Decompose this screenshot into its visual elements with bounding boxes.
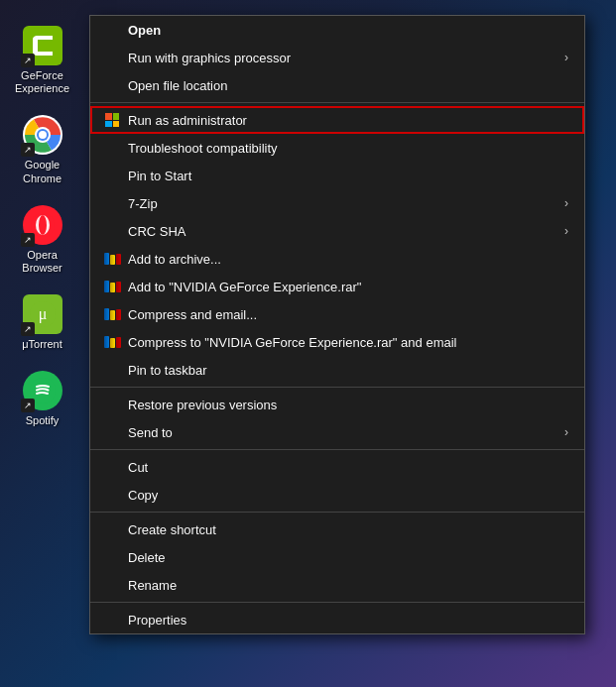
run-gpu-icon-placeholder: [104, 50, 120, 65]
separator-5: [90, 602, 584, 603]
menu-item-open[interactable]: Open: [90, 16, 584, 44]
menu-copy-label: Copy: [128, 488, 568, 503]
menu-open-label: Open: [128, 23, 568, 38]
menu-item-compress-rar-email[interactable]: Compress to "NVIDIA GeForce Experience.r…: [90, 328, 584, 356]
menu-pin-taskbar-label: Pin to taskbar: [128, 363, 568, 378]
menu-item-crc-sha[interactable]: CRC SHA ›: [90, 217, 584, 245]
menu-item-run-gpu[interactable]: Run with graphics processor ›: [90, 44, 584, 71]
crc-icon-placeholder: [104, 223, 120, 239]
menu-item-run-admin[interactable]: Run as administrator: [90, 106, 584, 134]
run-gpu-arrow: ›: [564, 51, 568, 64]
svg-point-7: [39, 215, 47, 235]
delete-icon-placeholder: [104, 549, 120, 565]
separator-3: [90, 449, 584, 450]
desktop-icon-spotify[interactable]: ↗ Spotify: [5, 365, 80, 433]
open-location-icon-placeholder: [104, 77, 120, 93]
menu-item-restore-versions[interactable]: Restore previous versions: [90, 391, 584, 418]
create-shortcut-icon-placeholder: [104, 521, 120, 537]
desktop: ↗ GeForce Experience ↗: [0, 0, 616, 687]
winrar-add-icon: [104, 251, 120, 267]
menu-7zip-label: 7-Zip: [128, 196, 556, 211]
menu-properties-label: Properties: [128, 613, 568, 628]
crc-arrow: ›: [564, 224, 568, 238]
separator-2: [90, 387, 584, 388]
menu-item-cut[interactable]: Cut: [90, 453, 584, 481]
7zip-arrow: ›: [564, 196, 568, 210]
properties-icon-placeholder: [104, 612, 120, 628]
menu-item-add-archive[interactable]: Add to archive...: [90, 245, 584, 273]
desktop-icon-opera[interactable]: ↗ OperaBrowser: [5, 199, 80, 281]
menu-item-compress-email[interactable]: Compress and email...: [90, 300, 584, 328]
windows-logo-icon: [104, 112, 120, 128]
desktop-icon-utorrent[interactable]: μ ↗ μTorrent: [5, 288, 80, 357]
menu-send-to-label: Send to: [128, 425, 556, 440]
menu-item-pin-start[interactable]: Pin to Start: [90, 162, 584, 189]
context-menu: Open Run with graphics processor › Open …: [89, 15, 585, 634]
menu-add-rar-label: Add to "NVIDIA GeForce Experience.rar": [128, 280, 568, 294]
menu-item-copy[interactable]: Copy: [90, 481, 584, 509]
winrar-add-rar-icon: [104, 279, 120, 294]
desktop-icon-chrome[interactable]: ↗ GoogleChrome: [5, 109, 80, 190]
chrome-label: GoogleChrome: [23, 159, 62, 184]
menu-delete-label: Delete: [128, 550, 568, 565]
menu-item-add-rar[interactable]: Add to "NVIDIA GeForce Experience.rar": [90, 273, 584, 300]
menu-crc-sha-label: CRC SHA: [128, 224, 556, 239]
winrar-compress-rar-icon: [104, 334, 120, 350]
utorrent-label: μTorrent: [22, 338, 62, 351]
menu-cut-label: Cut: [128, 460, 568, 475]
menu-item-pin-taskbar[interactable]: Pin to taskbar: [90, 356, 584, 384]
menu-run-gpu-label: Run with graphics processor: [128, 51, 556, 65]
shortcut-arrow-opera: ↗: [21, 233, 35, 247]
menu-compress-email-label: Compress and email...: [128, 307, 568, 322]
menu-create-shortcut-label: Create shortcut: [128, 522, 568, 537]
opera-label: OperaBrowser: [22, 249, 62, 275]
menu-item-delete[interactable]: Delete: [90, 543, 584, 571]
menu-rename-label: Rename: [128, 578, 568, 593]
menu-add-archive-label: Add to archive...: [128, 252, 568, 267]
menu-item-7zip[interactable]: 7-Zip ›: [90, 189, 584, 217]
cut-icon-placeholder: [104, 459, 120, 475]
svg-rect-0: [38, 43, 53, 48]
open-icon-placeholder: [104, 22, 120, 38]
spotify-label: Spotify: [26, 414, 60, 427]
geforce-label: GeForce Experience: [11, 69, 74, 95]
troubleshoot-icon-placeholder: [104, 140, 120, 156]
menu-item-create-shortcut[interactable]: Create shortcut: [90, 515, 584, 543]
shortcut-arrow-utorrent: ↗: [21, 322, 35, 336]
desktop-icons-panel: ↗ GeForce Experience ↗: [0, 0, 84, 687]
menu-restore-versions-label: Restore previous versions: [128, 398, 568, 412]
menu-item-open-location[interactable]: Open file location: [90, 71, 584, 99]
winrar-compress-icon: [104, 306, 120, 322]
shortcut-arrow-chrome: ↗: [21, 143, 35, 157]
menu-item-properties[interactable]: Properties: [90, 606, 584, 633]
svg-point-4: [39, 131, 47, 139]
desktop-icon-geforce[interactable]: ↗ GeForce Experience: [5, 20, 80, 101]
menu-item-rename[interactable]: Rename: [90, 571, 584, 599]
send-to-arrow: ›: [564, 425, 568, 439]
copy-icon-placeholder: [104, 487, 120, 503]
svg-text:μ: μ: [38, 305, 47, 323]
menu-troubleshoot-label: Troubleshoot compatibility: [128, 141, 568, 156]
shortcut-arrow-geforce: ↗: [21, 54, 35, 67]
send-to-icon-placeholder: [104, 424, 120, 440]
menu-open-location-label: Open file location: [128, 78, 568, 93]
menu-run-admin-label: Run as administrator: [128, 113, 568, 128]
restore-icon-placeholder: [104, 397, 120, 412]
menu-item-troubleshoot[interactable]: Troubleshoot compatibility: [90, 134, 584, 162]
separator-1: [90, 102, 584, 103]
rename-icon-placeholder: [104, 577, 120, 593]
separator-4: [90, 512, 584, 513]
pin-taskbar-icon-placeholder: [104, 362, 120, 378]
shortcut-arrow-spotify: ↗: [21, 399, 35, 412]
menu-pin-start-label: Pin to Start: [128, 169, 568, 183]
menu-compress-rar-email-label: Compress to "NVIDIA GeForce Experience.r…: [128, 335, 568, 350]
menu-item-send-to[interactable]: Send to ›: [90, 418, 584, 446]
pin-start-icon-placeholder: [104, 168, 120, 183]
7zip-icon-placeholder: [104, 195, 120, 211]
